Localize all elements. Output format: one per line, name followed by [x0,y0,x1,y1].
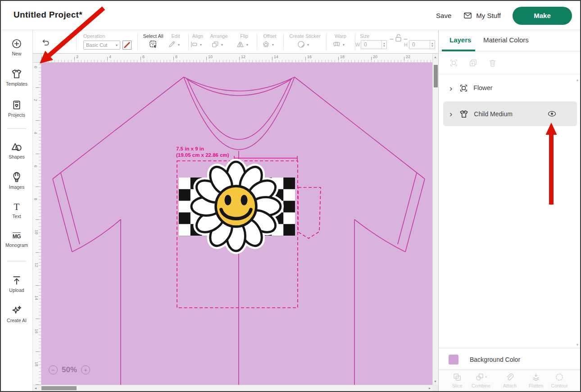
sidebar-item-label: Images [9,184,24,190]
stepper-down-icon[interactable]: ▼ [383,45,385,47]
sidebar-item-projects[interactable]: Projects [1,100,32,118]
slice-button[interactable]: Slice [445,373,470,388]
offset-label: Offset [256,33,283,39]
canvas-vertical-scrollbar[interactable]: ▲ ▼ [432,54,438,385]
ruler-tick-label: 22 [406,55,410,59]
lock-unlocked-icon[interactable] [389,33,409,43]
images-balloon-icon [11,172,22,182]
edit-toolbar: Operation Basic Cut ▾ Select All Edit ▾ … [33,30,440,54]
tab-layers[interactable]: Layers [449,36,471,44]
visibility-eye-icon[interactable] [548,111,556,117]
scroll-right-icon[interactable]: ▸ [429,386,431,390]
sidebar-item-create-ai[interactable]: Create AI [1,305,32,323]
combine-caret-icon[interactable]: ▾ [485,375,487,379]
save-button[interactable]: Save [436,12,451,19]
flatten-button[interactable]: Flatten [523,373,549,388]
sidebar-item-new[interactable]: New [1,38,32,56]
scrollbar-corner [432,385,438,391]
create-sticker-icon[interactable] [297,40,305,49]
delete-icon[interactable] [488,59,497,67]
width-label: W [355,42,360,47]
flatten-icon [531,373,540,382]
ruler-tick-label: 20 [373,55,377,59]
warp-caret-icon[interactable]: ▾ [343,43,345,47]
horizontal-scroll-thumb[interactable] [41,386,77,390]
stepper-down-icon[interactable]: ▼ [431,45,433,47]
arrange-caret-icon[interactable]: ▾ [221,43,223,47]
list-scroll-down-icon[interactable]: ▼ [576,343,579,347]
flower-group-icon [459,84,468,92]
operation-dropdown[interactable]: Basic Cut ▾ [83,41,120,50]
height-stepper[interactable]: ▲ ▼ [430,41,435,49]
scroll-left-icon[interactable]: ◂ [35,386,36,390]
sidebar-item-upload[interactable]: Upload [1,275,32,293]
layer-row-child-medium[interactable]: › Child Medium [443,101,577,126]
ruler-tick-label: 10 [34,230,39,234]
make-button[interactable]: Make [513,7,572,25]
edit-pencil-icon[interactable] [168,40,176,49]
sidebar-item-label: New [12,51,21,56]
zoom-out-button[interactable]: − [49,365,58,374]
sidebar-item-label: Monogram [5,242,28,248]
zoom-in-button[interactable]: + [81,365,90,374]
scroll-down-icon[interactable]: ▼ [434,380,437,383]
align-caret-icon[interactable]: ▾ [200,43,202,47]
boolean-actions-bar: Slice ▾ Combine Attach [439,369,581,392]
redo-icon[interactable] [59,38,68,47]
align-icon[interactable] [190,40,198,49]
contour-button[interactable]: Contour [547,373,572,388]
width-stepper[interactable]: ▲ ▼ [381,41,386,49]
width-input[interactable]: ▲ ▼ [361,40,387,49]
attach-button[interactable]: Attach [497,373,522,388]
undo-icon[interactable] [41,38,50,47]
group-icon[interactable] [449,59,458,67]
offset-icon[interactable] [262,40,270,49]
operation-color-swatch[interactable] [123,41,132,50]
flip-caret-icon[interactable]: ▾ [246,43,248,47]
canvas-horizontal-scrollbar[interactable]: ◂ ▸ [33,385,432,391]
shapes-icon [11,141,22,152]
select-all-icon[interactable] [149,40,158,49]
warp-icon[interactable] [332,40,341,49]
flip-label: Flip [231,33,258,39]
tab-material-colors[interactable]: Material Colors [483,36,529,44]
design-canvas[interactable]: 7.5 in x 9 in (19.05 cm x 22.86 cm) [41,63,432,385]
my-stuff-label: My Stuff [476,12,501,19]
ruler-tick-label: 16 [307,55,312,59]
operation-label: Operation [83,33,105,39]
my-stuff-button[interactable]: My Stuff [463,11,501,20]
ruler-tick-label: 8 [33,198,38,200]
flower-design[interactable] [179,162,295,251]
height-input[interactable]: ▲ ▼ [409,40,435,49]
combine-button[interactable]: ▾ Combine [468,373,494,388]
scroll-up-icon[interactable]: ▲ [434,55,437,59]
ruler-tick-label: 12 [241,55,245,59]
height-value[interactable] [409,41,430,49]
edit-caret-icon[interactable]: ▾ [178,43,180,47]
sidebar-item-text[interactable]: T Text [1,202,32,219]
layer-row-flower[interactable]: › Flower [443,77,577,99]
sidebar-item-label: Projects [8,112,25,118]
chevron-right-icon[interactable]: › [449,109,452,118]
chevron-down-icon: ▾ [116,43,118,47]
smiley-eye [241,195,248,205]
create-sticker-label: Create Sticker [287,33,323,39]
ruler-tick-label: 18 [340,55,345,59]
duplicate-icon[interactable] [469,59,477,67]
sidebar-item-monogram[interactable]: MG Monogram [1,232,32,248]
arrange-icon[interactable] [211,40,219,49]
background-color-swatch[interactable] [449,355,458,365]
sidebar-item-templates[interactable]: Templates [1,68,32,87]
projects-icon [11,100,22,110]
sidebar-item-shapes[interactable]: Shapes [1,141,32,160]
vertical-scroll-thumb[interactable] [434,65,438,87]
sidebar-item-images[interactable]: Images [1,172,32,190]
offset-caret-icon[interactable]: ▾ [272,43,274,47]
upload-icon [11,275,22,286]
create-sticker-caret-icon[interactable]: ▾ [307,43,309,47]
flip-icon[interactable] [236,40,245,49]
width-value[interactable] [361,41,381,49]
chevron-right-icon[interactable]: › [449,84,452,92]
warp-label: Warp [327,33,354,39]
pen-color-stroke [123,41,131,49]
